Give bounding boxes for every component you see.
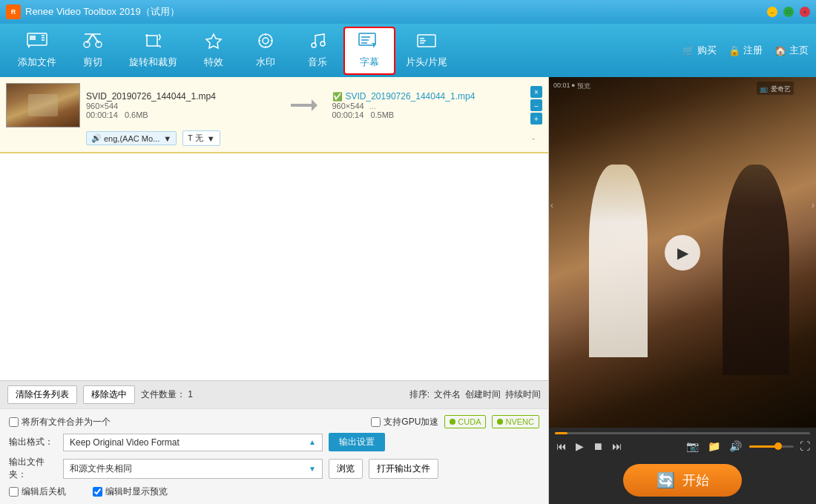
- folder-dropdown-icon: ▼: [309, 465, 316, 473]
- remove-selected-button[interactable]: 移除选中: [83, 385, 135, 404]
- skip-back-button[interactable]: ⏮: [555, 439, 568, 454]
- toolbar-right: 🛒 购买 🔒 注册 🏠 主页: [682, 44, 809, 57]
- scroll-right-icon[interactable]: ›: [812, 200, 815, 210]
- register-button[interactable]: 🔒 注册: [728, 44, 763, 57]
- minimize-button[interactable]: –: [767, 7, 777, 17]
- browse-button[interactable]: 浏览: [329, 459, 363, 479]
- rotate-crop-label: 旋转和裁剪: [129, 56, 177, 69]
- svg-line-9: [93, 34, 99, 43]
- timestamp-label: 00:01: [553, 82, 570, 89]
- input-resolution: 960×544: [86, 102, 276, 110]
- shutdown-checkbox-item: 编辑后关机: [9, 485, 66, 498]
- close-button[interactable]: ×: [800, 7, 810, 17]
- watermark-label: 水印: [256, 56, 275, 69]
- toolbar-cut[interactable]: 剪切: [67, 28, 119, 73]
- input-duration-size: 00:00:14 0.6MB: [86, 110, 276, 119]
- add-file-label: 添加文件: [18, 56, 56, 69]
- left-panel: SVID_20190726_144044_1.mp4 960×544 00:00…: [0, 77, 549, 504]
- fullscreen-button[interactable]: ⛶: [800, 440, 810, 452]
- start-button[interactable]: 🔄 开始: [623, 464, 742, 497]
- output-dash: -: [524, 132, 542, 145]
- volume-thumb: [774, 442, 782, 450]
- folder-button[interactable]: 📁: [706, 439, 722, 454]
- toolbar-subtitle[interactable]: T 字幕: [343, 27, 395, 75]
- output-settings-button[interactable]: 输出设置: [329, 433, 385, 451]
- sort-duration[interactable]: 持续时间: [505, 388, 541, 401]
- toolbar-rotate-crop[interactable]: 旋转和裁剪: [119, 28, 188, 73]
- toolbar-effects[interactable]: 特效: [188, 28, 240, 73]
- format-row: 输出格式： Keep Original Video Format ▲ 输出设置: [9, 433, 539, 451]
- cuda-badge[interactable]: CUDA: [444, 415, 486, 428]
- gpu-merge-row: 将所有文件合并为一个 支持GPU加速 CUDA NVENC: [9, 415, 539, 428]
- input-filename: SVID_20190726_144044_1.mp4: [86, 91, 276, 102]
- toolbar-intro-outro[interactable]: 片头/片尾: [395, 28, 458, 73]
- gpu-checkbox[interactable]: [371, 417, 381, 427]
- file-item-main: SVID_20190726_144044_1.mp4 960×544 00:00…: [0, 77, 548, 127]
- nvenc-badge[interactable]: NVENC: [492, 415, 539, 428]
- home-button[interactable]: 🏠 主页: [774, 44, 809, 57]
- options-row: 编辑后关机 编辑时显示预览: [9, 485, 539, 498]
- format-value: Keep Original Video Format: [70, 437, 180, 448]
- play-pause-button[interactable]: ▶: [574, 439, 585, 454]
- svg-rect-34: [291, 104, 312, 107]
- stop-button[interactable]: ⏹: [591, 439, 605, 454]
- start-refresh-icon: 🔄: [657, 471, 675, 489]
- output-filename: SVID_20190726_144044_1.mp4: [346, 91, 476, 102]
- nvenc-dot: [497, 419, 503, 425]
- subtitle-label: 字幕: [360, 56, 379, 69]
- gpu-label: 支持GPU加速: [384, 416, 438, 428]
- screenshot-button[interactable]: 📷: [685, 439, 700, 454]
- output-duration-size: 00:00:14 0.5MB: [332, 110, 522, 119]
- buy-button[interactable]: 🛒 购买: [682, 44, 717, 57]
- cut-label: 剪切: [83, 56, 102, 69]
- audio-select[interactable]: 🔊 eng,(AAC Mo... ▼: [86, 131, 177, 145]
- sort-filename[interactable]: 文件名: [434, 388, 461, 401]
- merge-checkbox[interactable]: [9, 417, 19, 427]
- side-plus-button[interactable]: +: [530, 113, 542, 125]
- home-icon: 🏠: [774, 45, 786, 56]
- subtitle-select[interactable]: T 无 ▼: [182, 130, 220, 146]
- lock-icon: 🔒: [728, 45, 740, 56]
- svg-point-17: [259, 34, 272, 47]
- progress-bar[interactable]: [555, 432, 810, 434]
- window-controls: – □ ×: [767, 7, 810, 17]
- svg-point-23: [312, 43, 316, 47]
- nvenc-label: NVENC: [505, 417, 534, 426]
- scroll-left-icon[interactable]: ‹: [550, 200, 553, 210]
- preview-checkbox[interactable]: [93, 487, 102, 497]
- open-folder-button[interactable]: 打开输出文件: [369, 459, 438, 479]
- intro-outro-icon: [417, 33, 436, 53]
- toolbar-watermark[interactable]: 水印: [240, 28, 292, 73]
- effects-icon: [204, 33, 223, 53]
- app-logo: R: [6, 4, 21, 19]
- cuda-dot: [450, 419, 455, 425]
- side-close-button[interactable]: ×: [530, 86, 542, 98]
- audio-icon: 🔊: [91, 133, 102, 143]
- maximize-button[interactable]: □: [783, 7, 794, 17]
- folder-row: 输出文件夹： 和源文件夹相同 ▼ 浏览 打开输出文件: [9, 456, 539, 481]
- toolbar-music[interactable]: 音乐: [292, 28, 343, 73]
- file-list-area: SVID_20190726_144044_1.mp4 960×544 00:00…: [0, 77, 548, 380]
- watermark-icon: [256, 33, 275, 53]
- home-label: 主页: [789, 44, 809, 57]
- svg-text:▼: ▼: [27, 44, 31, 49]
- skip-forward-button[interactable]: ⏭: [611, 439, 624, 454]
- toolbar-add-file[interactable]: ▼ 添加文件: [7, 28, 67, 73]
- volume-slider[interactable]: [749, 445, 794, 448]
- format-label: 输出格式：: [9, 436, 57, 448]
- rotate-crop-icon: [144, 33, 163, 53]
- svg-rect-1: [30, 36, 36, 40]
- intro-outro-label: 片头/片尾: [406, 56, 447, 69]
- sort-area: 排序: 文件名 创建时间 持续时间: [409, 388, 541, 401]
- shutdown-checkbox[interactable]: [9, 487, 19, 497]
- toolbar: ▼ 添加文件 剪切 旋转和裁剪: [0, 24, 816, 77]
- arrow-area: [282, 98, 326, 113]
- play-button[interactable]: ▶: [665, 235, 700, 271]
- folder-select[interactable]: 和源文件夹相同 ▼: [63, 459, 323, 479]
- volume-icon: 🔊: [728, 439, 743, 454]
- format-dropdown-icon: ▲: [309, 438, 316, 446]
- side-minus-button[interactable]: –: [530, 99, 542, 111]
- format-select[interactable]: Keep Original Video Format ▲: [63, 434, 323, 451]
- clear-list-button[interactable]: 清除任务列表: [7, 385, 77, 404]
- sort-created[interactable]: 创建时间: [465, 388, 501, 401]
